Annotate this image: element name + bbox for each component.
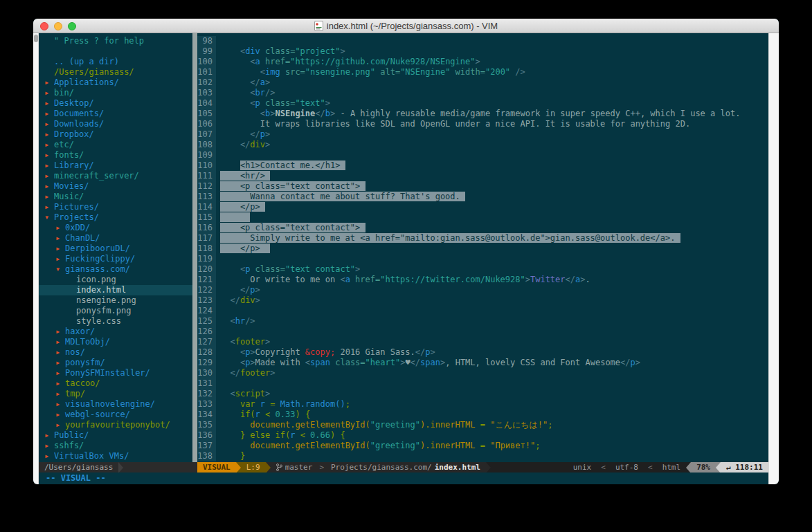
code-line[interactable]: 137 document.getElementById("greeting").…: [197, 441, 768, 451]
tree-item[interactable]: ▸Dropbox/: [39, 129, 192, 140]
tree-item[interactable]: ▸MDLToObj/: [39, 337, 192, 347]
collapsed-arrow-icon[interactable]: ▸: [55, 347, 65, 358]
tree-item[interactable]: ▸ponysfm/: [39, 358, 192, 368]
tree-item[interactable]: ▸tmp/: [39, 389, 192, 399]
tree-item[interactable]: ▸minecraft_server/: [39, 171, 192, 181]
code-line[interactable]: 99 <div class="project">: [197, 46, 768, 57]
code-line[interactable]: 102 </a>: [197, 77, 768, 88]
code-line[interactable]: 131: [197, 378, 768, 389]
tree-item[interactable]: ▸Pictures/: [39, 202, 192, 212]
left-scrollbar[interactable]: [33, 33, 39, 484]
collapsed-arrow-icon[interactable]: ▸: [44, 171, 54, 181]
tree-item[interactable]: ▸VirtualBox VMs/: [39, 451, 192, 461]
collapsed-arrow-icon[interactable]: ▸: [44, 430, 54, 441]
code-line[interactable]: 138 }: [197, 451, 768, 461]
collapsed-arrow-icon[interactable]: ▸: [44, 98, 54, 109]
zoom-button[interactable]: [68, 22, 76, 30]
tree-item[interactable]: ▸fonts/: [39, 150, 192, 160]
tree-item[interactable]: nsengine.png: [39, 295, 192, 306]
code-line[interactable]: 136 } else if(r < 0.66) {: [197, 430, 768, 441]
code-line[interactable]: 132 <script>: [197, 389, 768, 399]
code-line[interactable]: 110 <h1>Contact me.</h1>: [197, 160, 768, 171]
tree-item[interactable]: icon.png: [39, 275, 192, 285]
code-line[interactable]: 122 </p>: [197, 285, 768, 295]
collapsed-arrow-icon[interactable]: ▸: [55, 254, 65, 264]
expanded-arrow-icon[interactable]: ▾: [44, 212, 54, 223]
tree-item[interactable]: ▸FuckingClippy/: [39, 254, 192, 264]
collapsed-arrow-icon[interactable]: ▸: [55, 337, 65, 347]
tree-item[interactable]: /Users/giansass/: [39, 67, 192, 77]
code-line[interactable]: 113 Wanna contact me about stuff? That's…: [197, 192, 768, 202]
collapsed-arrow-icon[interactable]: ▸: [44, 160, 54, 171]
code-line[interactable]: 126: [197, 327, 768, 337]
collapsed-arrow-icon[interactable]: ▸: [44, 451, 54, 461]
tree-item[interactable]: .. (up a dir): [39, 57, 192, 67]
tree-item[interactable]: ▸PonySFMInstaller/: [39, 368, 192, 378]
code-line[interactable]: 112 <p class="text contact">: [197, 181, 768, 192]
code-line[interactable]: 103 <br/>: [197, 88, 768, 98]
tree-item[interactable]: ▸Library/: [39, 160, 192, 171]
code-line[interactable]: 125 <hr/>: [197, 316, 768, 327]
collapsed-arrow-icon[interactable]: ▸: [44, 441, 54, 451]
collapsed-arrow-icon[interactable]: ▸: [55, 378, 65, 389]
code-line[interactable]: 107 </p>: [197, 129, 768, 140]
collapsed-arrow-icon[interactable]: ▸: [55, 368, 65, 378]
code-line[interactable]: 121 Or write to me on <a href="https://t…: [197, 275, 768, 285]
collapsed-arrow-icon[interactable]: ▸: [44, 202, 54, 212]
tree-item[interactable]: ▸webgl-source/: [39, 410, 192, 420]
tree-item[interactable]: ▸nos/: [39, 347, 192, 358]
tree-item[interactable]: style.css: [39, 316, 192, 327]
tree-item[interactable]: ▸etc/: [39, 140, 192, 150]
code-line[interactable]: 115: [197, 212, 768, 223]
code-line[interactable]: 98: [197, 36, 768, 46]
collapsed-arrow-icon[interactable]: ▸: [55, 389, 65, 399]
collapsed-arrow-icon[interactable]: ▸: [55, 420, 65, 430]
tree-item[interactable]: ▸Documents/: [39, 109, 192, 119]
tree-item[interactable]: ponysfm.png: [39, 306, 192, 316]
tree-item[interactable]: [39, 46, 192, 57]
collapsed-arrow-icon[interactable]: ▸: [44, 88, 54, 98]
collapsed-arrow-icon[interactable]: ▸: [55, 399, 65, 410]
close-button[interactable]: [40, 22, 48, 30]
tree-item[interactable]: ▸sshfs/: [39, 441, 192, 451]
tree-item[interactable]: ▸ChanDL/: [39, 233, 192, 244]
collapsed-arrow-icon[interactable]: ▸: [55, 410, 65, 420]
collapsed-arrow-icon[interactable]: ▸: [44, 192, 54, 202]
code-line[interactable]: 106 It wraps libraries like SDL and Open…: [197, 119, 768, 129]
collapsed-arrow-icon[interactable]: ▸: [55, 358, 65, 368]
tree-item[interactable]: ▸DerpibooruDL/: [39, 244, 192, 254]
right-scrollbar[interactable]: [768, 33, 779, 484]
code-line[interactable]: 118 </p>: [197, 244, 768, 254]
code-line[interactable]: 114 </p>: [197, 202, 768, 212]
collapsed-arrow-icon[interactable]: ▸: [55, 327, 65, 337]
code-line[interactable]: 124: [197, 306, 768, 316]
code-line[interactable]: 117 Simply write to me at <a href="mailt…: [197, 233, 768, 244]
code-line[interactable]: 127 <footer>: [197, 337, 768, 347]
code-line[interactable]: 135 document.getElementById("greeting").…: [197, 420, 768, 430]
expanded-arrow-icon[interactable]: ▾: [55, 264, 65, 275]
collapsed-arrow-icon[interactable]: ▸: [55, 233, 65, 244]
tree-item[interactable]: ▸haxor/: [39, 327, 192, 337]
tree-item[interactable]: ▸bin/: [39, 88, 192, 98]
code-line[interactable]: 108 </div>: [197, 140, 768, 150]
collapsed-arrow-icon[interactable]: ▸: [44, 119, 54, 129]
code-line[interactable]: 104 <p class="text">: [197, 98, 768, 109]
code-line[interactable]: 109: [197, 150, 768, 160]
collapsed-arrow-icon[interactable]: ▸: [55, 244, 65, 254]
tree-item[interactable]: ▸0xDD/: [39, 223, 192, 233]
tree-item[interactable]: " Press ? for help: [39, 36, 192, 46]
tree-item[interactable]: ▸Public/: [39, 430, 192, 441]
collapsed-arrow-icon[interactable]: ▸: [44, 150, 54, 160]
code-line[interactable]: 111 <hr/>: [197, 171, 768, 181]
tree-item[interactable]: ▸yourfavouriteponybot/: [39, 420, 192, 430]
code-line[interactable]: 116 <p class="text contact">: [197, 223, 768, 233]
code-line[interactable]: 100 <a href="https://github.com/Nuke928/…: [197, 57, 768, 67]
minimize-button[interactable]: [54, 22, 62, 30]
tree-item[interactable]: ▸visualnovelengine/: [39, 399, 192, 410]
collapsed-arrow-icon[interactable]: ▸: [44, 109, 54, 119]
tree-item[interactable]: ▸Desktop/: [39, 98, 192, 109]
tree-item[interactable]: ▸taccoo/: [39, 378, 192, 389]
collapsed-arrow-icon[interactable]: ▸: [44, 77, 54, 88]
code-line[interactable]: 133 var r = Math.random();: [197, 399, 768, 410]
tree-item[interactable]: ▾Projects/: [39, 212, 192, 223]
